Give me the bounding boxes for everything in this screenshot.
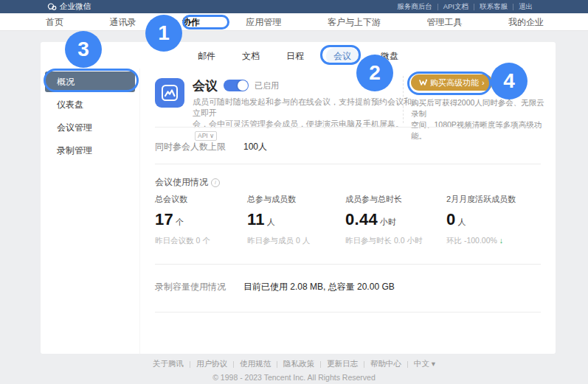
chat-bubbles-icon (47, 3, 57, 11)
stat-label: 总会议数 (155, 194, 251, 205)
divider (233, 361, 234, 368)
usage-section-title: 会议使用情况 i (155, 176, 220, 189)
stat-unit: 人 (458, 217, 466, 228)
purchase-desc-line1: 购买后可获得2000人同时参会、无限云录制 (411, 98, 544, 118)
usage-title-label: 会议使用情况 (155, 176, 208, 189)
divider (474, 4, 474, 10)
stat-subtext: 昨日参与时长 0.0 小时 (345, 236, 441, 246)
highlight-box-collaboration-tab (182, 15, 229, 29)
info-circle-icon[interactable]: i (211, 178, 220, 187)
participant-limit-label: 同时参会人数上限 (155, 141, 226, 153)
stat-value: 17 (155, 210, 173, 229)
app-desc-line1: 成员可随时随地发起和参与的在线会议，支持提前预约会议和立即开 (193, 97, 412, 117)
tab-mail[interactable]: 邮件 (193, 48, 220, 65)
footer-link-privacy-policy[interactable]: 隐私政策 (283, 359, 314, 369)
stat-total-meetings: 总会议数 17个 昨日会议数 0 个 (155, 194, 251, 246)
link-api-docs[interactable]: API文档 (443, 2, 468, 12)
footer-link-user-agreement[interactable]: 用户协议 (196, 359, 227, 369)
divider (364, 361, 364, 368)
nav-item-app-management[interactable]: 应用管理 (246, 16, 282, 29)
participant-limit-value: 100人 (243, 141, 267, 153)
stat-value: 0.44 (345, 210, 378, 229)
footer-link-help-center[interactable]: 帮助中心 (370, 359, 401, 369)
sidebar-item-recording-management[interactable]: 录制管理 (45, 140, 135, 161)
footer-links: 关于腾讯 用户协议 使用规范 隐私政策 更新日志 帮助中心 中文 ▾ (0, 359, 588, 369)
stat-subtext: 环比 -100.00% ↓ (446, 236, 553, 246)
divider (277, 361, 277, 368)
brand[interactable]: 企业微信 (47, 0, 91, 13)
step-circle-3: 3 (65, 31, 102, 68)
stat-value: 11 (247, 210, 265, 229)
stat-label: 2月月度活跃成员数 (446, 194, 553, 205)
tab-schedule[interactable]: 日程 (282, 48, 308, 65)
step-circle-1: 1 (145, 15, 182, 52)
copyright-text: © 1998 - 2023 Tencent Inc. All Rights Re… (0, 373, 588, 382)
recording-capacity-value: 目前已使用 2.08 MB, 总容量 20.00 GB (243, 281, 395, 293)
page: 企业微信 服务商后台 API文档 联系客服 退出 首页 通讯录 协作 应用管理 … (0, 0, 588, 384)
divider (155, 312, 541, 313)
divider (155, 127, 541, 128)
stat-total-participants: 总参与成员数 11人 昨日参与成员 0 人 (247, 194, 343, 246)
nav-item-customers[interactable]: 客户与上下游 (328, 16, 381, 29)
highlight-box-buy-button (407, 71, 491, 95)
divider (190, 361, 190, 368)
nav-item-my-company[interactable]: 我的企业 (508, 16, 544, 29)
recording-capacity-label: 录制容量使用情况 (155, 281, 226, 293)
meeting-mountains-icon (160, 83, 179, 102)
footer-link-about-tencent[interactable]: 关于腾讯 (153, 359, 184, 369)
footer-language-selector[interactable]: 中文 ▾ (414, 359, 435, 369)
stat-unit: 小时 (380, 217, 396, 228)
primary-nav: 首页 通讯录 协作 应用管理 客户与上下游 管理工具 我的企业 (0, 13, 588, 31)
footer: 关于腾讯 用户协议 使用规范 隐私政策 更新日志 帮助中心 中文 ▾ © 199… (0, 359, 588, 382)
enabled-status-label: 已启用 (255, 80, 279, 91)
step-circle-2: 2 (356, 55, 393, 91)
subtab-row: 邮件 文档 日程 会议 微盘 (41, 48, 556, 64)
nav-item-contacts[interactable]: 通讯录 (110, 16, 136, 29)
enable-toggle[interactable] (224, 80, 249, 91)
link-provider-console[interactable]: 服务商后台 (397, 2, 432, 12)
top-bar: 企业微信 服务商后台 API文档 联系客服 退出 (0, 0, 588, 13)
app-title-row: 会议 已启用 (193, 77, 279, 94)
footer-link-usage-rules[interactable]: 使用规范 (240, 359, 271, 369)
divider (513, 4, 513, 10)
toggle-knob (238, 80, 248, 91)
link-contact-support[interactable]: 联系客服 (480, 2, 508, 12)
brand-label: 企业微信 (60, 1, 91, 12)
stat-value: 0 (446, 210, 456, 229)
sidebar-item-dashboard[interactable]: 仪表盘 (45, 94, 135, 115)
link-logout[interactable]: 退出 (519, 2, 533, 12)
topbar-links: 服务商后台 API文档 联系客服 退出 (397, 0, 533, 13)
stat-total-duration: 成员参与总时长 0.44小时 昨日参与时长 0.0 小时 (345, 194, 441, 246)
divider (407, 361, 408, 368)
api-badge[interactable]: API ∨ (195, 131, 217, 141)
meeting-app-icon (155, 78, 184, 108)
stat-subtext: 昨日参与成员 0 人 (247, 236, 343, 246)
nav-item-home[interactable]: 首页 (46, 16, 63, 29)
stat-label: 成员参与总时长 (345, 194, 441, 205)
purchase-description: 购买后可获得2000人同时参会、无限云录制 空间、1080P视频清晰度等多项高级… (411, 97, 551, 142)
highlight-box-meeting-tab (320, 45, 361, 65)
down-arrow-icon: ↓ (499, 236, 503, 245)
divider (155, 264, 541, 265)
stat-unit: 人 (267, 217, 275, 228)
step-circle-4: 4 (491, 63, 528, 100)
purchase-desc-line2: 空间、1080P视频清晰度等多项高级功能。 (411, 120, 542, 140)
divider (155, 164, 541, 164)
nav-item-admin-tools[interactable]: 管理工具 (427, 16, 463, 29)
app-title: 会议 (193, 77, 218, 94)
mom-change-label: 环比 -100.00% (446, 236, 497, 245)
divider (437, 4, 438, 10)
tab-docs[interactable]: 文档 (238, 48, 264, 65)
vertical-separator (403, 76, 404, 123)
stat-unit: 个 (176, 217, 184, 228)
highlight-box-overview-item (44, 69, 139, 92)
stat-label: 总参与成员数 (247, 194, 343, 205)
app-description: 成员可随时随地发起和参与的在线会议，支持提前预约会议和立即开 会，会中可灵活管理… (193, 97, 414, 141)
stat-monthly-active: 2月月度活跃成员数 0人 环比 -100.00% ↓ (446, 194, 553, 246)
sidebar: 概况 仪表盘 会议管理 录制管理 (41, 69, 140, 354)
divider (320, 361, 321, 368)
footer-link-changelog[interactable]: 更新日志 (327, 359, 358, 369)
stat-subtext: 昨日会议数 0 个 (155, 236, 251, 246)
sidebar-item-meeting-management[interactable]: 会议管理 (45, 117, 135, 138)
